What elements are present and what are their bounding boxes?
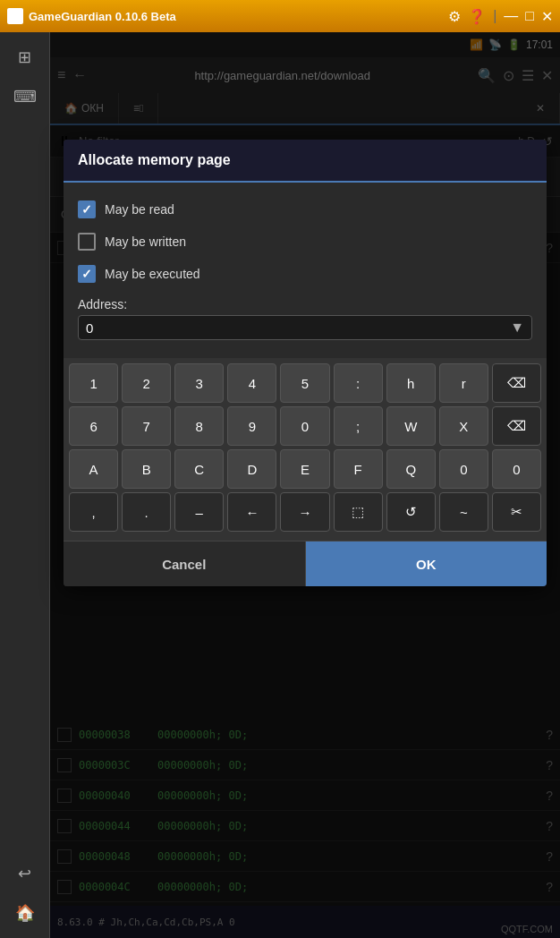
sidebar-home-btn[interactable]: 🏠 — [7, 895, 43, 931]
checkmark-icon: ✓ — [81, 202, 92, 217]
key-6[interactable]: 6 — [69, 406, 118, 446]
may-be-read-checkbox[interactable]: ✓ — [78, 200, 96, 218]
cancel-button[interactable]: Cancel — [64, 541, 306, 586]
key-Q[interactable]: Q — [386, 449, 436, 489]
key-1[interactable]: 1 — [69, 363, 118, 403]
key-A[interactable]: A — [69, 449, 118, 489]
key-0-3[interactable]: 0 — [492, 449, 541, 489]
close-icon[interactable]: ✕ — [541, 8, 553, 25]
may-be-executed-label: May be executed — [105, 267, 200, 281]
key-4[interactable]: 4 — [227, 363, 276, 403]
key-right-arrow[interactable]: → — [280, 492, 329, 532]
key-dot[interactable]: . — [122, 492, 171, 532]
key-undo[interactable]: ↺ — [386, 492, 436, 532]
help-icon[interactable]: ❓ — [468, 8, 486, 25]
address-dropdown-icon[interactable]: ▼ — [510, 320, 524, 336]
key-colon[interactable]: : — [334, 363, 383, 403]
checkmark-icon-2: ✓ — [81, 267, 92, 281]
key-7[interactable]: 7 — [122, 406, 171, 446]
key-D[interactable]: D — [227, 449, 276, 489]
key-0[interactable]: 0 — [280, 406, 329, 446]
allocate-memory-dialog: Allocate memory page ✓ May be read May b… — [64, 140, 547, 586]
minimize-icon[interactable]: — — [504, 8, 518, 24]
key-X[interactable]: X — [439, 406, 488, 446]
address-field-label: Address: — [78, 297, 532, 311]
main-content: 📶 📡 🔋 17:01 ≡ ← http://gameguardian.net/… — [50, 32, 560, 938]
dialog-backdrop: Allocate memory page ✓ May be read May b… — [50, 32, 560, 938]
key-5[interactable]: 5 — [280, 363, 329, 403]
key-F[interactable]: F — [334, 449, 383, 489]
may-be-executed-checkbox[interactable]: ✓ — [78, 265, 96, 283]
sidebar-copy-btn[interactable]: ⬜ — [7, 934, 43, 938]
key-comma[interactable]: , — [69, 492, 118, 532]
address-input-container: 0 ▼ — [78, 315, 532, 340]
key-B[interactable]: B — [122, 449, 171, 489]
may-be-written-label: May be written — [105, 234, 186, 249]
key-2[interactable]: 2 — [122, 363, 171, 403]
app-icon — [7, 8, 23, 24]
kb-row-2: 6 7 8 9 0 ; W X ⌫ — [69, 406, 541, 446]
window-controls[interactable]: ⚙ ❓ | — □ ✕ — [448, 8, 553, 25]
dialog-buttons: Cancel OK — [64, 541, 547, 586]
key-W[interactable]: W — [386, 406, 436, 446]
key-0-2[interactable]: 0 — [439, 449, 488, 489]
kb-row-4: , . – ← → ⬚ ↺ ~ ✂ — [69, 492, 541, 532]
kb-row-3: A B C D E F Q 0 0 — [69, 449, 541, 489]
ok-button[interactable]: OK — [306, 541, 547, 586]
key-backspace-1[interactable]: ⌫ — [492, 363, 541, 403]
keyboard: 1 2 3 4 5 : h r ⌫ 6 7 8 9 0 ; — [64, 358, 547, 541]
key-3[interactable]: 3 — [174, 363, 224, 403]
dialog-title: Allocate memory page — [64, 140, 547, 183]
key-backspace-2[interactable]: ⌫ — [492, 406, 541, 446]
maximize-icon[interactable]: □ — [525, 8, 534, 24]
dialog-body: ✓ May be read May be written ✓ May be ex… — [64, 183, 547, 358]
key-select[interactable]: ⬚ — [334, 492, 383, 532]
kb-row-1: 1 2 3 4 5 : h r ⌫ — [69, 363, 541, 403]
key-left-arrow[interactable]: ← — [227, 492, 276, 532]
key-C[interactable]: C — [174, 449, 224, 489]
key-r[interactable]: r — [439, 363, 488, 403]
address-input[interactable]: 0 — [86, 320, 510, 336]
may-be-read-label: May be read — [105, 202, 174, 217]
may-be-written-row: May be written — [78, 226, 532, 258]
sidebar-back-btn[interactable]: ↩ — [7, 856, 43, 891]
may-be-written-checkbox[interactable] — [78, 233, 96, 251]
title-bar: GameGuardian 0.10.6 Beta ⚙ ❓ | — □ ✕ — [0, 0, 560, 32]
key-semicolon[interactable]: ; — [334, 406, 383, 446]
may-be-executed-row: ✓ May be executed — [78, 258, 532, 290]
key-tilde[interactable]: ~ — [439, 492, 488, 532]
settings-icon[interactable]: ⚙ — [448, 8, 461, 25]
sidebar-expand-btn[interactable]: ⊞ — [7, 39, 43, 75]
sidebar-keyboard-btn[interactable]: ⌨ — [7, 79, 43, 115]
key-h[interactable]: h — [386, 363, 436, 403]
key-8[interactable]: 8 — [174, 406, 224, 446]
key-scissors[interactable]: ✂ — [492, 492, 541, 532]
key-9[interactable]: 9 — [227, 406, 276, 446]
may-be-read-row: ✓ May be read — [78, 193, 532, 226]
key-minus[interactable]: – — [174, 492, 224, 532]
left-sidebar: ⊞ ⌨ ↩ 🏠 ⬜ — [0, 32, 50, 938]
app-title: GameGuardian 0.10.6 Beta — [29, 10, 443, 23]
key-E[interactable]: E — [280, 449, 329, 489]
